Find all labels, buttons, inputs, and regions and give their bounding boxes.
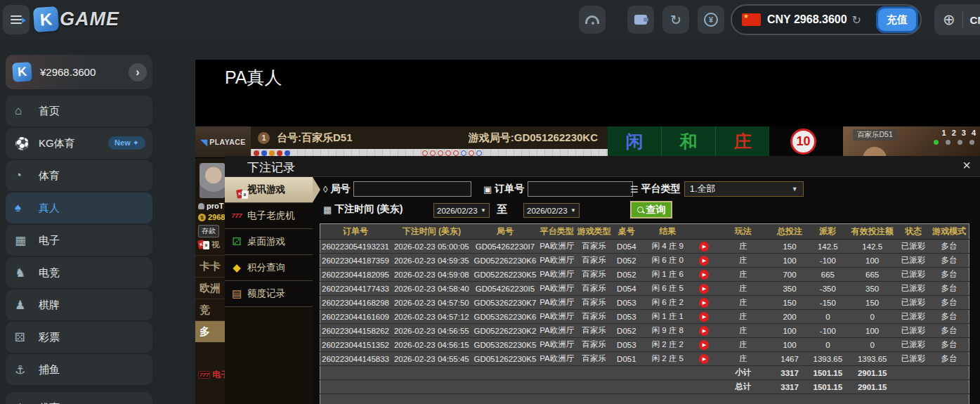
recharge-button[interactable]: 充值 [878, 8, 916, 31]
caret-down-icon: ▼ [570, 207, 576, 214]
sync-icon: ↻ [670, 13, 681, 27]
tag-icon: ◊ [323, 184, 327, 195]
expand-balance-button[interactable]: › [129, 63, 147, 82]
table-row: 2602230441682982026-02-23 04:57:50GD0532… [320, 296, 969, 310]
modal-tab-list: K9 视讯游戏 777 电子老虎机 ⚂ 桌面游戏 ◆ 积分查询 ▤ 额度记录 [225, 177, 313, 404]
play-icon[interactable]: ▶ [699, 326, 709, 336]
slot-777-icon: 777 [198, 371, 210, 379]
replay-cell[interactable]: ▶ [693, 296, 714, 310]
cell-mode: 多台 [929, 338, 969, 352]
replay-cell[interactable]: ▶ [693, 240, 714, 254]
bet-zones: 闲 和 庄 [608, 126, 769, 157]
play-icon[interactable]: ▶ [699, 284, 709, 294]
cell-round: GD053262230K7 [473, 296, 538, 310]
close-icon[interactable]: × [959, 157, 974, 174]
tab-table-games[interactable]: ⚂ 桌面游戏 [225, 229, 313, 255]
sidebar-item-board-games[interactable]: ♟ 棋牌 [6, 289, 152, 320]
wallet-button[interactable] [627, 6, 654, 34]
play-icon[interactable]: ▶ [699, 340, 709, 350]
language-selector[interactable]: ⊕ CN [934, 4, 980, 35]
deposit-button[interactable]: 存款 [198, 225, 219, 237]
cell-game: 百家乐 [576, 310, 611, 324]
sidebar-toggle-button[interactable] [3, 5, 30, 34]
replay-cell[interactable]: ▶ [693, 282, 714, 296]
cell-valid: 0 [847, 338, 896, 352]
brand-logo[interactable]: K GAME [34, 7, 119, 32]
replay-cell[interactable]: ▶ [693, 310, 714, 324]
table-row: 2602230441582622026-02-23 04:56:55GD0522… [320, 324, 969, 338]
seat-dot-grey [946, 140, 950, 145]
play-icon[interactable]: ▶ [699, 298, 709, 308]
sidebar-item-live-casino[interactable]: ♠ 真人 [6, 193, 152, 223]
play-icon[interactable]: ▶ [699, 242, 709, 252]
bet-zone-tie[interactable]: 和 [662, 126, 716, 157]
seat-number: 4 [972, 129, 976, 137]
date-to-picker[interactable]: 2026/02/23 ▼ [523, 203, 580, 218]
room-tab[interactable]: 卡卡 [195, 255, 225, 277]
replay-cell[interactable]: ▶ [693, 324, 714, 338]
balance-display[interactable]: ★ CNY 2968.3600 ↻ 充值 [731, 4, 922, 35]
cell-game: 百家乐 [576, 240, 611, 254]
column-header: 状态 [897, 224, 929, 240]
list-icon: ☰ [630, 184, 639, 195]
page-title: PA真人 [225, 66, 282, 89]
round-filter: ◊ 局号 [323, 181, 471, 197]
cell-play: 庄 [714, 254, 771, 268]
sidebar-item-esports[interactable]: ♞ 电竞 [6, 257, 152, 288]
platform-type-select[interactable]: 1.全部 ▼ [684, 181, 804, 197]
date-from-picker[interactable]: 2026/02/23 ▼ [433, 203, 490, 218]
sidebar-item-fishing[interactable]: ⚓ 捕鱼 [6, 354, 152, 385]
currency-exchange-button[interactable]: ¥ [698, 6, 724, 34]
table-number-badge: 1 [258, 132, 270, 144]
tab-video-games[interactable]: K9 视讯游戏 [225, 177, 313, 203]
replay-cell[interactable]: ▶ [693, 338, 714, 352]
cell-total: 150 [771, 240, 808, 254]
cell-payout: 0 [808, 310, 847, 324]
replay-cell[interactable]: ▶ [693, 268, 714, 282]
cell-mode: 多台 [929, 324, 969, 338]
sidebar-item-slots[interactable]: ▦ 电子 [6, 225, 152, 256]
road-bead-blue [285, 150, 290, 156]
topbar: K GAME ↻ ¥ ★ CNY 2968.3600 ↻ 充值 ⊕ [0, 0, 980, 40]
seat-dot-grey [969, 140, 974, 145]
cell-game: 百家乐 [576, 254, 611, 268]
cell-status: 已派彩 [897, 310, 929, 324]
round-number-input[interactable] [353, 181, 471, 197]
play-icon[interactable]: ▶ [699, 312, 709, 322]
seat-dot-green [934, 140, 939, 145]
room-tab[interactable]: 竞 [195, 299, 225, 320]
tab-slot-machine[interactable]: 777 电子老虎机 [225, 203, 313, 229]
cell-result: 闲 2 庄 2 [641, 338, 693, 352]
sidebar-item-promotions[interactable]: ❖ 优惠 [6, 392, 152, 404]
play-icon[interactable]: ▶ [699, 354, 709, 364]
cell-result: 闲 6 庄 0 [641, 254, 693, 268]
bet-zone-player[interactable]: 闲 [608, 126, 662, 157]
order-number-input[interactable] [528, 181, 633, 197]
cell-platform: PA欧洲厅 [537, 240, 576, 254]
bet-zone-banker[interactable]: 庄 [716, 126, 769, 157]
play-icon[interactable]: ▶ [699, 270, 709, 280]
play-icon[interactable]: ▶ [699, 256, 709, 266]
room-tab[interactable]: 欧洲 [195, 277, 225, 299]
room-tab[interactable]: 多 [195, 320, 225, 342]
cell-play: 庄 [714, 282, 771, 296]
network-speed-button[interactable] [579, 6, 606, 34]
transfer-button[interactable]: ↻ [662, 6, 689, 34]
replay-cell[interactable]: ▶ [693, 254, 714, 268]
search-button[interactable]: 查询 [630, 201, 672, 219]
sidebar-item-home[interactable]: ⌂ 首页 [6, 96, 152, 126]
replay-cell[interactable]: ▶ [693, 352, 714, 366]
cell-payout: 0 [808, 338, 847, 352]
sidebar-item-lottery[interactable]: ⚄ 彩票 [6, 322, 152, 353]
video-seat-dots [934, 140, 974, 145]
sidebar-item-kg-sports[interactable]: ⚽ KG体育 New ✦ [6, 128, 152, 159]
balance-refresh-icon[interactable]: ↻ [852, 13, 861, 27]
tab-points-query[interactable]: ◆ 积分查询 [225, 255, 313, 281]
sidebar-item-sports[interactable]: ◔ 体育 [6, 160, 152, 191]
cell-table: D051 [612, 352, 641, 366]
tab-quota-records[interactable]: ▤ 额度记录 [225, 281, 313, 307]
cell-mode: 多台 [929, 310, 969, 324]
cell-result: 闲 4 庄 9 [641, 240, 693, 254]
sidebar: K ¥2968.3600 › ⌂ 首页 ⚽ KG体育 New ✦ ◔ 体育 ♠ … [6, 55, 152, 404]
sidebar-balance-card[interactable]: K ¥2968.3600 › [6, 55, 152, 89]
